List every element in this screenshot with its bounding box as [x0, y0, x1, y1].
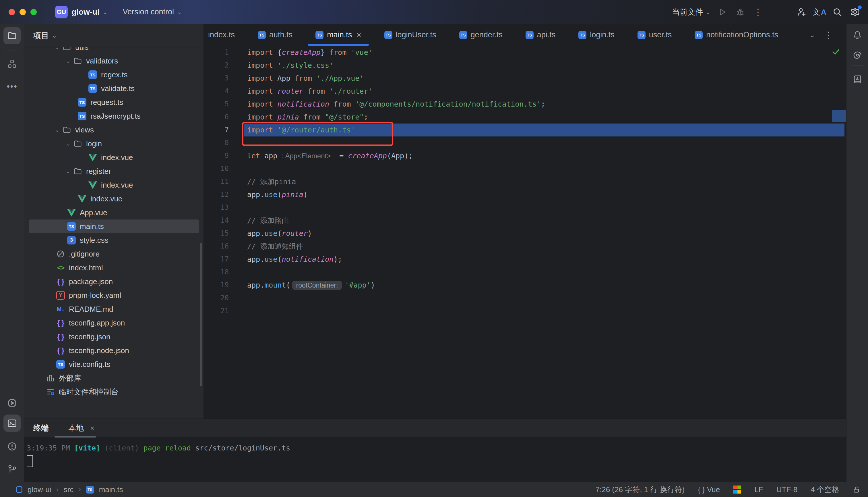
minimize-window-button[interactable]	[19, 9, 26, 15]
tree-item-tsconfig.app.json[interactable]: { }tsconfig.app.json	[24, 316, 204, 330]
settings-button[interactable]	[846, 3, 864, 21]
code-line-2[interactable]: import './style.css'	[244, 59, 844, 72]
code-line-1[interactable]: import {createApp} from 'vue'	[244, 46, 844, 59]
tree-item-README.md[interactable]: M↓README.md	[24, 302, 204, 316]
tab-list-dropdown-button[interactable]: ⌄	[805, 24, 820, 46]
line-ending-widget[interactable]: LF	[754, 485, 763, 494]
file-type-widget[interactable]: { } Vue	[698, 485, 720, 494]
code-line-5[interactable]: import notification from '@/components/n…	[244, 98, 844, 111]
microsoft-plugin-icon[interactable]	[733, 485, 741, 494]
close-icon[interactable]: ×	[90, 424, 94, 432]
tree-item-vite.config.ts[interactable]: TSvite.config.ts	[24, 357, 204, 371]
tree-item-.gitignore[interactable]: .gitignore	[24, 247, 204, 261]
git-tool-button[interactable]	[3, 460, 21, 478]
tree-item-pnpm-lock.yaml[interactable]: Ypnpm-lock.yaml	[24, 288, 204, 302]
breadcrumb-file[interactable]: main.ts	[99, 485, 123, 494]
tree-item-style.css[interactable]: 3style.css	[24, 233, 204, 247]
code-line-12[interactable]: app.use(pinia)	[244, 188, 844, 201]
services-tool-button[interactable]	[3, 395, 21, 412]
tree-item-临时文件和控制台[interactable]: 临时文件和控制台	[24, 385, 204, 399]
tree-item-App.vue[interactable]: App.vue	[24, 206, 204, 219]
problems-tool-button[interactable]	[3, 438, 21, 455]
encoding-widget[interactable]: UTF-8	[777, 485, 798, 494]
tree-item-login[interactable]: ⌄login	[24, 137, 204, 151]
terminal-output[interactable]: 3:19:35 PM [vite] (client) page reload s…	[24, 437, 846, 482]
editor-tab-api.ts[interactable]: TSapi.ts	[514, 24, 567, 46]
code-line-9[interactable]: let app : App<Element> = createApp(App);	[244, 150, 844, 162]
ai-assistant-tool-button[interactable]	[849, 46, 866, 64]
tree-item-外部库[interactable]: 外部库	[24, 371, 204, 385]
terminal-tab-local[interactable]: 本地 ×	[68, 423, 94, 433]
code-line-10[interactable]	[244, 162, 844, 175]
editor-tab-loginUser.ts[interactable]: TSloginUser.ts	[373, 24, 448, 46]
code-line-11[interactable]: // 添加pinia	[244, 175, 844, 188]
project-tool-button[interactable]	[3, 27, 21, 44]
chevron-down-icon[interactable]: ⌄	[66, 57, 73, 65]
run-configuration-selector[interactable]: 当前文件	[672, 7, 703, 17]
run-button[interactable]	[713, 3, 731, 21]
structure-tool-button[interactable]	[3, 55, 21, 72]
tree-item-main.ts[interactable]: TSmain.ts	[29, 219, 199, 233]
code-line-19[interactable]: app.mount(rootContainer:'#app')	[244, 279, 844, 292]
indent-widget[interactable]: 4 个空格	[811, 485, 839, 495]
debug-button[interactable]	[731, 3, 749, 21]
code-line-17[interactable]: app.use(notification);	[244, 253, 844, 266]
tree-item-views[interactable]: ⌄views	[24, 123, 204, 137]
code-line-14[interactable]: // 添加路由	[244, 214, 844, 227]
tree-item-utils[interactable]: ⌄utils	[24, 47, 204, 54]
project-name-menu[interactable]: glow-ui	[72, 8, 100, 17]
code-line-16[interactable]: // 添加通知组件	[244, 240, 844, 253]
notifications-tool-button[interactable]	[849, 26, 866, 44]
inspections-ok-widget[interactable]	[831, 47, 840, 56]
tree-item-request.ts[interactable]: TSrequest.ts	[24, 95, 204, 109]
caret-position-widget[interactable]: 7:26 (26 字符, 1 行 换行符)	[595, 485, 685, 495]
editor-tab-gender.ts[interactable]: TSgender.ts	[448, 24, 514, 46]
terminal-tool-button[interactable]	[3, 414, 21, 432]
breadcrumb-project[interactable]: glow-ui	[28, 485, 51, 494]
tab-options-button[interactable]: ⋮	[821, 24, 836, 46]
code-line-3[interactable]: import App from './App.vue'	[244, 72, 844, 85]
chevron-down-icon[interactable]: ⌄	[66, 140, 73, 147]
editor-tab-notificationOptions.ts[interactable]: TSnotificationOptions.ts	[683, 24, 790, 46]
tree-item-index.vue[interactable]: index.vue	[24, 192, 204, 206]
chevron-down-icon[interactable]: ⌄	[66, 168, 73, 175]
close-tab-icon[interactable]: ×	[356, 30, 361, 40]
code-line-21[interactable]	[244, 304, 844, 317]
tree-item-tsconfig.node.json[interactable]: { }tsconfig.node.json	[24, 344, 204, 357]
tree-item-index.vue[interactable]: index.vue	[24, 178, 204, 192]
code-with-me-button[interactable]	[793, 3, 811, 21]
scrollbar-selection-marker[interactable]	[832, 110, 846, 122]
editor-tab-login.ts[interactable]: TSlogin.ts	[567, 24, 626, 46]
version-control-menu[interactable]: Version control	[122, 8, 174, 16]
translation-dictionary-tool-button[interactable]	[849, 71, 866, 88]
breadcrumb-folder[interactable]: src	[64, 485, 74, 494]
translate-button[interactable]: 文A	[811, 3, 828, 21]
tree-item-validate.ts[interactable]: TSvalidate.ts	[24, 82, 204, 95]
editor-tab-auth.ts[interactable]: TSauth.ts	[246, 24, 304, 46]
more-tool-windows-button[interactable]: •••	[0, 82, 24, 91]
close-window-button[interactable]	[9, 9, 15, 15]
code-line-20[interactable]	[244, 292, 844, 304]
project-panel-header[interactable]: 项目 ⌄	[24, 24, 204, 47]
tree-item-rsaJsencrypt.ts[interactable]: TSrsaJsencrypt.ts	[24, 109, 204, 123]
tree-item-validators[interactable]: ⌄validators	[24, 54, 204, 68]
editor-tab-user.ts[interactable]: TSuser.ts	[626, 24, 683, 46]
editor-tab-main.ts[interactable]: TSmain.ts×	[304, 24, 372, 46]
chevron-down-icon[interactable]: ⌄	[55, 126, 62, 133]
tree-item-register[interactable]: ⌄register	[24, 164, 204, 178]
readonly-toggle[interactable]	[853, 485, 860, 494]
tree-item-tsconfig.json[interactable]: { }tsconfig.json	[24, 330, 204, 344]
code-line-15[interactable]: app.use(router)	[244, 227, 844, 240]
terminal-title[interactable]: 终端	[33, 423, 49, 433]
search-everywhere-button[interactable]	[828, 3, 846, 21]
tree-item-package.json[interactable]: { }package.json	[24, 275, 204, 288]
tree-item-index.vue[interactable]: index.vue	[24, 151, 204, 164]
tree-item-index.html[interactable]: <>index.html	[24, 261, 204, 275]
code-line-18[interactable]	[244, 266, 844, 279]
more-actions-button[interactable]: ⋮	[749, 3, 767, 21]
editor-tab-index.ts[interactable]: index.ts	[204, 24, 246, 46]
code-editor[interactable]: 123456789101112131415161718192021 import…	[204, 46, 846, 418]
code-area[interactable]: import {createApp} from 'vue'import './s…	[244, 46, 844, 418]
tree-scrollbar[interactable]	[200, 243, 202, 386]
tree-item-regex.ts[interactable]: TSregex.ts	[24, 68, 204, 82]
